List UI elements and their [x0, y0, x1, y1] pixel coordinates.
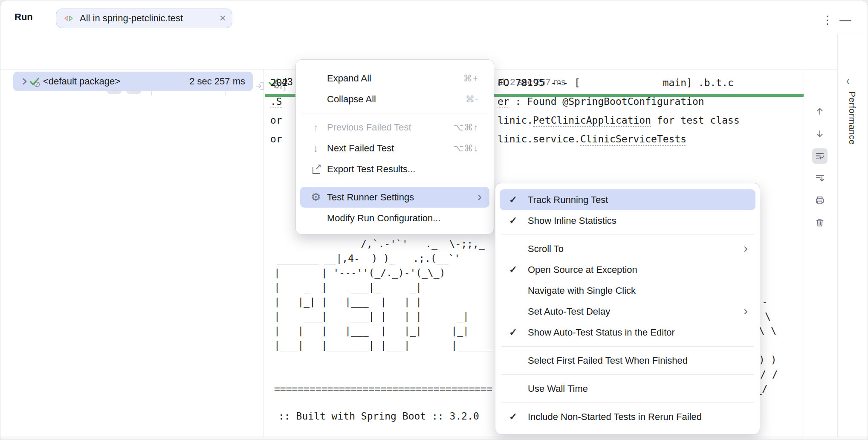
print-icon[interactable]: [812, 193, 827, 208]
menu-item-label: Expand All: [327, 68, 371, 89]
submenu-chevron-icon: ›: [744, 238, 748, 259]
menu-item[interactable]: ✓ Show Auto-Test Status in the Editor: [500, 322, 755, 343]
console-line: | ___| ___| | | | _|: [274, 311, 469, 322]
console-line: /,`.-'`' ._ \-;;,_: [361, 238, 485, 249]
console-line: \ \: [759, 325, 777, 336]
menu-item-label: Track Running Test: [528, 189, 608, 210]
menu-item-label: Test Runner Settings: [327, 187, 414, 208]
context-menu: Expand All ⌘+ Collapse All ⌘- Previous F…: [295, 59, 494, 234]
menu-item[interactable]: Navigate with Single Click: [500, 280, 755, 301]
menu-item-label: Navigate with Single Click: [528, 280, 636, 301]
menu-item-label: Collapse All: [327, 89, 376, 110]
console-line: :: Built with Spring Boot :: 3.2.0: [278, 411, 479, 422]
menu-item-label: Use Wall Time: [528, 378, 588, 399]
console-line: linic.PetClinicApplication for test clas…: [498, 115, 740, 126]
menu-item[interactable]: [501, 346, 754, 347]
run-tool-window: Run All in spring-petclinic.test × ⋮: [0, 0, 868, 440]
menu-item-icon: [309, 138, 323, 159]
console-line: er : Found @SpringBootConfiguration: [498, 96, 704, 107]
console-line: | |_| | |___ | | |: [274, 296, 422, 307]
menu-item[interactable]: [302, 113, 488, 113]
menu-item[interactable]: Collapse All ⌘-: [300, 89, 489, 110]
menu-item-label: Open Source at Exception: [528, 259, 637, 280]
menu-item[interactable]: [501, 402, 754, 403]
collapse-chevron-icon[interactable]: ‹: [846, 73, 850, 88]
menu-item-shortcut: ⌘-: [466, 89, 478, 110]
menu-item-label: Show Inline Statistics: [528, 210, 616, 231]
console-line: | _ | ___|_ _|: [274, 282, 422, 293]
console-line: _______ __|,4- ) )_ .;.(__`': [277, 253, 460, 264]
tree-node-label: <default package>: [43, 72, 120, 91]
panel-divider[interactable]: [263, 69, 264, 440]
menu-item-icon: [309, 187, 323, 208]
console-line: / /: [760, 369, 778, 380]
import-tests-button[interactable]: [252, 78, 268, 94]
menu-item[interactable]: Select First Failed Test When Finished: [500, 350, 755, 371]
menu-item-label: Next Failed Test: [327, 138, 394, 159]
submenu-chevron-icon: ›: [744, 301, 748, 322]
menu-item[interactable]: Modify Run Configuration...: [300, 208, 489, 229]
run-tab-label: All in spring-petclinic.test: [80, 9, 183, 28]
clear-all-trash-icon[interactable]: [812, 215, 827, 230]
test-runner-settings-submenu: ✓ Track Running Test ✓ Show Inline Stati…: [495, 183, 760, 434]
test-passed-ignored-icon: [29, 75, 41, 87]
menu-item[interactable]: Expand All ⌘+: [300, 68, 489, 89]
menu-item[interactable]: Export Test Results...: [300, 159, 489, 179]
console-line: .S: [270, 96, 282, 107]
menu-item-label: Set Auto-Test Delay: [528, 301, 610, 322]
menu-item[interactable]: ✓ Include Non-Started Tests in Rerun Fai…: [500, 406, 755, 427]
console-line: ) ): [759, 354, 777, 365]
menu-item[interactable]: Previous Failed Test ⌥⌘↑: [300, 117, 489, 138]
bottom-strip: [0, 437, 868, 440]
menu-item[interactable]: Set Auto-Test Delay ›: [500, 301, 755, 322]
run-configuration-tab[interactable]: All in spring-petclinic.test ×: [56, 9, 232, 28]
menu-item[interactable]: [501, 374, 754, 375]
menu-item[interactable]: ✓ Open Source at Exception: [500, 259, 755, 280]
tab-performance[interactable]: Performance: [847, 91, 857, 145]
menu-item[interactable]: Test Runner Settings ›: [300, 187, 489, 208]
menu-item[interactable]: [501, 234, 754, 235]
menu-item-label: Scroll To: [528, 238, 564, 259]
menu-item[interactable]: Use Wall Time: [500, 378, 755, 399]
close-icon[interactable]: ×: [220, 9, 226, 28]
console-line: \: [765, 311, 771, 322]
checkmark-icon: ✓: [509, 259, 517, 280]
test-run-icon: [63, 13, 74, 23]
menu-item[interactable]: ✓ Show Inline Statistics: [500, 210, 755, 231]
menu-item[interactable]: ✓ Track Running Test: [500, 189, 755, 210]
console-line: linic.service.ClinicServiceTests: [498, 133, 686, 145]
menu-item[interactable]: Next Failed Test ⌥⌘↓: [300, 138, 489, 159]
minimize-icon[interactable]: [839, 20, 851, 21]
panel-divider: [804, 69, 804, 440]
console-line: or: [270, 133, 282, 145]
submenu-chevron-icon: ›: [477, 187, 482, 208]
checkmark-icon: ✓: [509, 406, 517, 427]
menu-item-label: Previous Failed Test: [327, 117, 411, 138]
soft-wrap-toggle[interactable]: [812, 148, 827, 164]
window-options-kebab-icon[interactable]: ⋮: [821, 12, 834, 29]
tree-row-default-package[interactable]: <default package> 2 sec 257 ms: [13, 72, 253, 91]
checkmark-icon: ✓: [509, 322, 517, 343]
scroll-down-icon[interactable]: [812, 126, 827, 142]
menu-item-label: Modify Run Configuration...: [327, 208, 441, 229]
menu-item-icon: [312, 167, 320, 174]
tool-window-header: Run All in spring-petclinic.test × ⋮: [0, 0, 868, 34]
menu-item-label: Include Non-Started Tests in Rerun Faile…: [528, 406, 702, 427]
console-line: FO 78195 --- [ main] .b.t.c: [498, 77, 734, 88]
console-line: | | | |___ | |_| |_|: [274, 325, 469, 336]
menu-item[interactable]: Scroll To ›: [500, 238, 755, 259]
checkmark-icon: ✓: [509, 189, 517, 210]
menu-item[interactable]: [302, 183, 488, 183]
menu-item-label: Export Test Results...: [327, 159, 415, 179]
menu-item-icon: [309, 117, 323, 138]
menu-item-label: Select First Failed Test When Finished: [528, 350, 688, 371]
panel-divider: [837, 34, 838, 440]
menu-item-shortcut: ⌥⌘↓: [453, 138, 478, 159]
console-line: | | '---''(_/._)-'(_\_): [274, 267, 446, 278]
console-line: |___| |_______| |___| |______: [274, 340, 492, 351]
console-line: 202: [270, 77, 288, 88]
run-label: Run: [14, 0, 33, 34]
scroll-to-end-icon[interactable]: [812, 171, 827, 186]
scroll-up-icon[interactable]: [812, 104, 827, 119]
console-line: =====================================: [274, 383, 492, 394]
